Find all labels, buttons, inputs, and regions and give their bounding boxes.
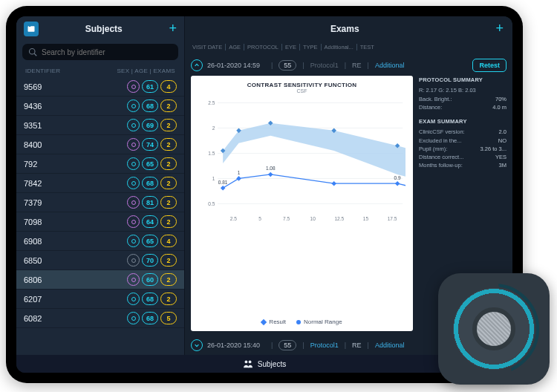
subject-row[interactable]: 6207 68 2 — [16, 290, 184, 309]
sex-icon — [127, 312, 140, 324]
svg-text:10: 10 — [310, 216, 316, 221]
exam-summary-title: EXAM SUMMARY — [419, 117, 506, 125]
subject-row[interactable]: 6806 60 2 — [16, 270, 184, 290]
age-pill: 69 — [142, 119, 158, 131]
svg-text:7.5: 7.5 — [283, 216, 290, 221]
exam-count-pill: 2 — [160, 273, 177, 286]
sex-icon — [127, 235, 140, 247]
age-pill: 68 — [142, 177, 158, 189]
exam-eye: RE — [352, 62, 362, 69]
svg-text:1.5: 1.5 — [208, 151, 215, 156]
exam-count-pill: 2 — [160, 119, 177, 131]
age-pill: 70 — [142, 254, 158, 267]
subject-id: 792 — [24, 160, 37, 169]
sex-icon — [127, 138, 140, 151]
sidebar-title: Subjects — [85, 24, 123, 34]
exam-count-pill: 2 — [160, 215, 177, 228]
exam-additional[interactable]: Additional — [375, 62, 405, 69]
exam-count-pill: 2 — [160, 293, 177, 305]
exam-col: VISIT DATE — [192, 44, 225, 50]
exam-col: EYE — [281, 44, 299, 50]
sex-icon — [127, 177, 140, 189]
exams-title: Exams — [330, 24, 359, 34]
sex-icon — [127, 80, 140, 93]
exam-count-pill: 2 — [160, 138, 177, 151]
age-pill: 61 — [142, 80, 158, 93]
sex-icon — [127, 119, 140, 131]
exam-columns: VISIT DATEAGEPROTOCOLEYETYPEAdditional..… — [185, 41, 512, 55]
subject-row[interactable]: 7379 81 2 — [16, 193, 184, 212]
subject-id: 6908 — [24, 237, 42, 246]
legend-normal: Normal Range — [304, 318, 342, 325]
svg-rect-31 — [268, 172, 273, 177]
collapse-icon[interactable] — [191, 59, 203, 71]
csf-chart: 0.511.522.52.557.51012.51517.50.8111.080… — [198, 95, 405, 226]
people-icon — [243, 359, 253, 368]
hardware-device — [438, 273, 550, 385]
svg-line-3 — [34, 53, 36, 56]
age-pill: 60 — [142, 273, 158, 286]
svg-text:1: 1 — [212, 176, 215, 181]
subject-id: 6850 — [24, 256, 42, 265]
subject-id: 8400 — [24, 140, 42, 149]
retest-button[interactable]: Retest — [472, 59, 506, 72]
svg-text:0.81: 0.81 — [218, 180, 228, 185]
col-sex-age-exams: SEX | AGE | EXAMS — [117, 68, 175, 74]
expand-icon[interactable] — [191, 339, 203, 351]
sex-icon — [127, 254, 140, 267]
age-pill: 65 — [142, 157, 158, 170]
age-pill: 68 — [142, 99, 158, 112]
add-subject-button[interactable]: + — [169, 21, 177, 36]
exam-date: 26-01-2020 15:40 — [207, 342, 265, 349]
age-pill: 81 — [142, 196, 158, 209]
exam-col: Additional... — [321, 44, 356, 50]
subject-row[interactable]: 9351 69 2 — [16, 116, 184, 135]
subject-row[interactable]: 7842 68 2 — [16, 174, 184, 193]
exam-protocol: Protocol1 — [310, 342, 339, 349]
age-pill: 74 — [142, 138, 158, 151]
svg-point-2 — [30, 49, 36, 55]
svg-text:2: 2 — [212, 125, 215, 131]
subject-row[interactable]: 792 65 2 — [16, 154, 184, 174]
exam-count-pill: 2 — [160, 254, 177, 267]
subject-id: 7379 — [24, 198, 42, 207]
exam-count-pill: 2 — [160, 99, 177, 112]
age-pill: 65 — [142, 235, 158, 247]
search-box[interactable] — [22, 44, 178, 60]
svg-text:12.5: 12.5 — [334, 216, 344, 221]
sex-icon — [127, 99, 140, 112]
add-exam-button[interactable]: + — [495, 21, 504, 36]
svg-text:2.5: 2.5 — [230, 216, 237, 221]
exam-additional[interactable]: Additional — [375, 342, 405, 349]
subject-row[interactable]: 6850 70 2 — [16, 251, 184, 270]
subject-row[interactable]: 8400 74 2 — [16, 135, 184, 154]
subject-id: 9436 — [24, 102, 42, 111]
sex-icon — [127, 157, 140, 170]
app-icon — [24, 22, 39, 36]
subject-id: 6207 — [24, 295, 42, 304]
subject-row[interactable]: 6908 65 4 — [16, 232, 184, 251]
svg-text:2.5: 2.5 — [208, 100, 215, 105]
protocol-summary-title: PROTOCOL SUMMARY — [419, 76, 506, 84]
sex-icon — [127, 293, 140, 305]
subject-id: 6082 — [24, 314, 42, 323]
svg-rect-1 — [29, 24, 30, 26]
svg-point-39 — [248, 361, 251, 364]
subject-row[interactable]: 9436 68 2 — [16, 97, 184, 116]
subject-list[interactable]: 9569 61 4 9436 68 2 9351 69 2 8400 74 2 … — [16, 77, 184, 355]
subject-id: 9351 — [24, 121, 42, 130]
sex-icon — [127, 273, 140, 286]
search-input[interactable] — [42, 48, 172, 56]
exam-row[interactable]: 26-01-2020 14:59 | 55 | Protocol1 | RE |… — [185, 55, 512, 76]
exam-count-pill: 2 — [160, 157, 177, 170]
subject-id: 7098 — [24, 218, 42, 226]
age-pill: 68 — [142, 312, 158, 324]
svg-rect-34 — [395, 181, 400, 186]
svg-text:0.5: 0.5 — [208, 201, 215, 206]
subject-id: 6806 — [24, 275, 42, 284]
subject-row[interactable]: 9569 61 4 — [16, 77, 184, 97]
subject-row[interactable]: 6082 68 5 — [16, 309, 184, 328]
sex-icon — [127, 215, 140, 228]
subject-row[interactable]: 7098 64 2 — [16, 212, 184, 232]
age-pill: 68 — [142, 293, 158, 305]
